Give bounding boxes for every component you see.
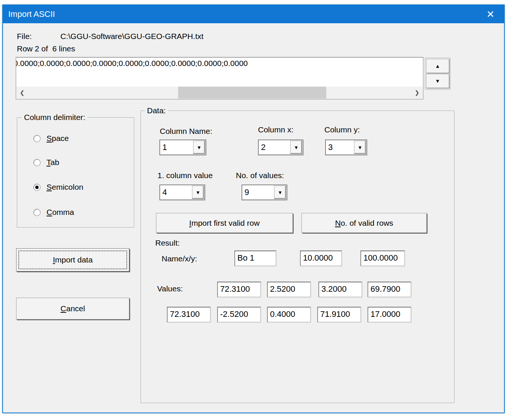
- values-label: Values:: [157, 284, 183, 293]
- horizontal-scrollbar[interactable]: ❮ ❯: [16, 87, 423, 99]
- column-name-label: Column Name:: [160, 127, 212, 136]
- value-field[interactable]: 72.3100: [167, 307, 211, 322]
- close-icon[interactable]: ✕: [481, 5, 500, 23]
- column-x-select[interactable]: 2 ▼: [258, 140, 303, 155]
- dialog-body: File: C:\GGU-Software\GGU-GEO-GRAPH.txt …: [3, 23, 504, 412]
- dropdown-arrow-icon[interactable]: ▼: [192, 186, 204, 199]
- radio-tab[interactable]: Tab: [33, 158, 59, 167]
- scrollbar-thumb[interactable]: [178, 87, 326, 99]
- radio-circle-icon: [33, 135, 40, 142]
- x-value-field[interactable]: 10.0000: [300, 250, 342, 266]
- import-first-valid-row-button[interactable]: Import first valid row: [156, 213, 293, 233]
- no-of-valid-rows-button[interactable]: No. of valid rows: [302, 213, 427, 233]
- cancel-button[interactable]: Cancel: [16, 298, 129, 320]
- value-field[interactable]: 0.4000: [267, 307, 311, 322]
- up-arrow-icon: ▲: [435, 63, 440, 69]
- result-label: Result:: [155, 238, 180, 248]
- name-xy-label: Name/x/y:: [162, 254, 197, 263]
- ascii-preview-box[interactable]: 0.0000;0.0000;0.0000;0.0000;0.0000;0.000…: [16, 57, 423, 99]
- dropdown-arrow-icon[interactable]: ▼: [193, 141, 205, 154]
- value-field[interactable]: 2.5200: [267, 282, 311, 297]
- import-data-button[interactable]: Import data: [16, 248, 129, 272]
- no-of-values-select[interactable]: 9 ▼: [242, 184, 287, 200]
- column-y-label: Column y:: [324, 125, 360, 134]
- data-group-title: Data:: [145, 106, 168, 115]
- radio-circle-icon: [33, 209, 40, 216]
- no-of-values-label: No. of values:: [236, 171, 284, 180]
- y-value-field[interactable]: 100.0000: [360, 250, 405, 266]
- column-x-label: Column x:: [258, 125, 294, 134]
- value-field[interactable]: 3.2000: [318, 282, 362, 297]
- dropdown-arrow-icon[interactable]: ▼: [274, 186, 286, 199]
- file-path: C:\GGU-Software\GGU-GEO-GRAPH.txt: [60, 32, 204, 41]
- column-name-select[interactable]: 1 ▼: [159, 140, 206, 155]
- dropdown-arrow-icon[interactable]: ▼: [290, 141, 302, 154]
- scroll-right-icon[interactable]: ❯: [412, 87, 422, 99]
- value-field[interactable]: 72.3100: [217, 282, 261, 297]
- row-spinner: ▲ ▼: [425, 58, 450, 90]
- radio-semicolon[interactable]: Semicolon: [33, 182, 83, 192]
- column-y-select[interactable]: 3 ▼: [325, 140, 367, 155]
- value-field[interactable]: -2.5200: [217, 307, 261, 322]
- value-field[interactable]: 69.7900: [368, 282, 411, 297]
- file-label: File:: [17, 32, 32, 41]
- down-arrow-icon: ▼: [435, 78, 440, 84]
- radio-circle-icon: [33, 184, 40, 191]
- radio-space[interactable]: Space: [33, 134, 69, 143]
- dialog-title: Import ASCII: [3, 9, 55, 19]
- name-value-field[interactable]: Bo 1: [234, 250, 276, 266]
- first-column-value-label: 1. column value: [158, 171, 213, 180]
- radio-comma[interactable]: Comma: [33, 207, 74, 217]
- column-delimiter-group: Column delimiter: Space Tab Semicolon Co…: [17, 117, 134, 228]
- title-bar: Import ASCII ✕: [3, 5, 504, 23]
- first-column-value-select[interactable]: 4 ▼: [159, 184, 205, 200]
- value-field[interactable]: 17.0000: [368, 307, 411, 322]
- scroll-left-icon[interactable]: ❮: [17, 87, 27, 99]
- value-field[interactable]: 71.9100: [317, 307, 361, 322]
- row-info: Row 2 of 6 lines: [17, 44, 75, 53]
- column-delimiter-title: Column delimiter:: [22, 113, 87, 122]
- import-ascii-dialog: Import ASCII ✕ File: C:\GGU-Software\GGU…: [2, 4, 505, 413]
- row-up-button[interactable]: ▲: [426, 59, 449, 73]
- dropdown-arrow-icon[interactable]: ▼: [354, 141, 366, 154]
- row-down-button[interactable]: ▼: [426, 74, 449, 88]
- radio-circle-icon: [33, 159, 40, 166]
- ascii-preview-line: 0.0000;0.0000;0.0000;0.0000;0.0000;0.000…: [16, 59, 248, 68]
- data-group: Data: Column Name: Column x: Column y: 1…: [141, 111, 454, 403]
